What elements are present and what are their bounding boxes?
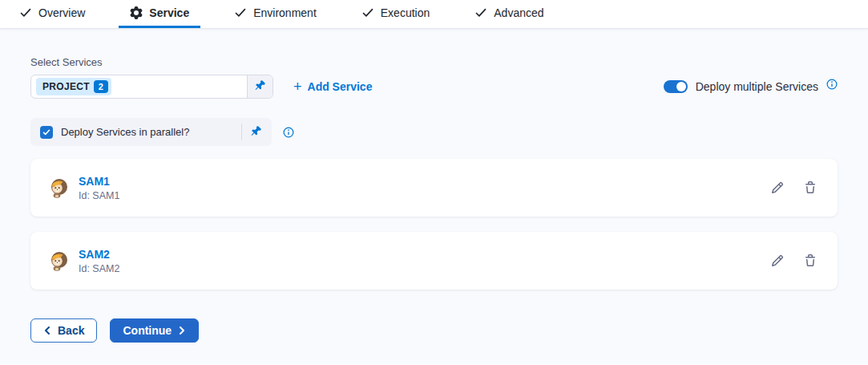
pencil-icon bbox=[771, 254, 784, 267]
card-actions bbox=[771, 181, 817, 194]
delete-service-button[interactable] bbox=[804, 254, 817, 267]
tab-service[interactable]: Service bbox=[119, 0, 200, 28]
tab-label: Service bbox=[149, 6, 189, 19]
tab-environment[interactable]: Environment bbox=[223, 0, 328, 28]
edit-service-button[interactable] bbox=[771, 254, 784, 267]
pencil-icon bbox=[771, 181, 784, 194]
service-id: Id: SAM1 bbox=[79, 190, 119, 201]
add-service-button[interactable]: + Add Service bbox=[293, 80, 372, 93]
pin-services-button[interactable] bbox=[247, 75, 273, 98]
select-services-label: Select Services bbox=[30, 56, 838, 68]
wizard-tab-bar: Overview Service Environment Execution A… bbox=[0, 0, 868, 29]
tab-label: Advanced bbox=[494, 6, 543, 19]
selected-project-tag[interactable]: PROJECT 2 bbox=[36, 78, 111, 95]
service-avatar bbox=[48, 250, 69, 271]
info-icon[interactable] bbox=[283, 127, 294, 138]
service-meta: SAM2 Id: SAM2 bbox=[79, 247, 119, 274]
tab-label: Overview bbox=[38, 6, 85, 19]
pin-icon bbox=[254, 79, 266, 94]
check-icon bbox=[474, 6, 487, 19]
service-name-link[interactable]: SAM2 bbox=[79, 248, 110, 261]
chevron-right-icon bbox=[178, 326, 186, 335]
tag-count-badge: 2 bbox=[94, 80, 108, 93]
tab-execution[interactable]: Execution bbox=[350, 0, 441, 28]
back-label: Back bbox=[58, 324, 84, 337]
service-id: Id: SAM2 bbox=[79, 263, 119, 274]
check-icon bbox=[361, 6, 374, 19]
gear-icon bbox=[130, 6, 143, 19]
parallel-checkbox-row: Deploy Services in parallel? bbox=[30, 118, 272, 146]
info-icon[interactable] bbox=[826, 79, 838, 90]
services-multiselect-field[interactable]: PROJECT 2 bbox=[31, 75, 247, 98]
service-avatar bbox=[48, 177, 69, 198]
plus-icon: + bbox=[293, 81, 302, 92]
services-multiselect[interactable]: PROJECT 2 bbox=[30, 75, 273, 99]
pin-icon bbox=[250, 125, 262, 140]
chevron-left-icon bbox=[43, 326, 51, 335]
card-actions bbox=[771, 254, 817, 267]
parallel-checkbox[interactable] bbox=[40, 126, 53, 139]
add-service-label: Add Service bbox=[308, 80, 373, 93]
deploy-multiple-group: Deploy multiple Services bbox=[664, 80, 838, 93]
tab-advanced[interactable]: Advanced bbox=[463, 0, 555, 28]
divider bbox=[241, 124, 242, 140]
continue-button[interactable]: Continue bbox=[110, 318, 199, 343]
service-card-sam1: SAM1 Id: SAM1 bbox=[30, 159, 838, 217]
tab-label: Environment bbox=[253, 6, 317, 19]
trash-icon bbox=[804, 181, 817, 194]
deploy-multiple-toggle[interactable] bbox=[664, 80, 688, 93]
check-icon bbox=[19, 6, 32, 19]
parallel-checkbox-label: Deploy Services in parallel? bbox=[61, 126, 189, 138]
toggle-knob bbox=[676, 82, 686, 91]
checkmark-icon bbox=[42, 128, 50, 136]
deploy-multiple-label: Deploy multiple Services bbox=[696, 80, 818, 93]
continue-label: Continue bbox=[123, 324, 172, 337]
tag-label: PROJECT bbox=[42, 81, 90, 92]
check-icon bbox=[234, 6, 247, 19]
service-meta: SAM1 Id: SAM1 bbox=[79, 174, 119, 201]
service-name-link[interactable]: SAM1 bbox=[79, 175, 110, 188]
edit-service-button[interactable] bbox=[771, 181, 784, 194]
tab-overview[interactable]: Overview bbox=[8, 0, 96, 28]
back-button[interactable]: Back bbox=[30, 318, 97, 343]
trash-icon bbox=[804, 254, 817, 267]
tab-label: Execution bbox=[381, 6, 430, 19]
wizard-footer: Back Continue bbox=[30, 318, 838, 343]
pin-parallel-button[interactable] bbox=[248, 124, 264, 141]
service-step-panel: Select Services PROJECT 2 + Add Service … bbox=[0, 56, 868, 343]
service-card-sam2: SAM2 Id: SAM2 bbox=[30, 232, 838, 290]
delete-service-button[interactable] bbox=[804, 181, 817, 194]
